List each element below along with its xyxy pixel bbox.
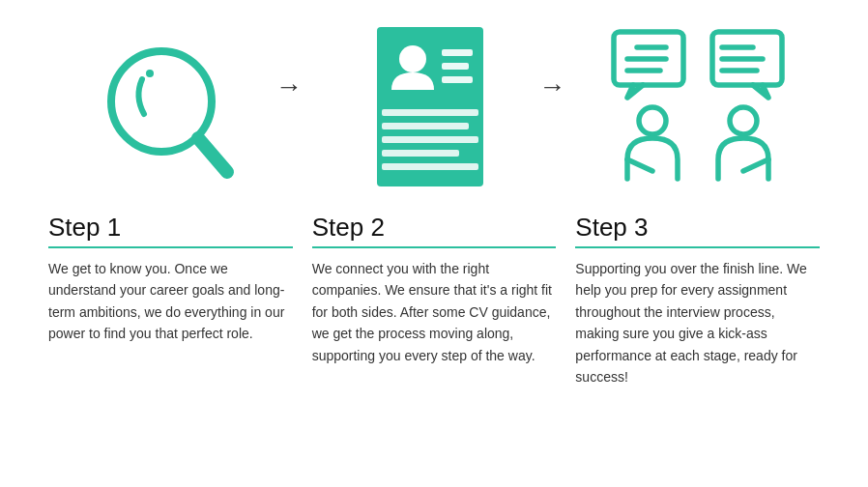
svg-rect-7 (442, 76, 473, 83)
step-1-icon-wrapper (48, 29, 285, 184)
svg-point-2 (146, 70, 154, 77)
svg-rect-10 (382, 136, 478, 143)
step-1-title: Step 1 (48, 213, 293, 248)
svg-point-23 (730, 107, 757, 134)
step-1-icon-row: → (48, 19, 293, 193)
step-1-column: → Step 1 We get to know you. Once we und… (39, 19, 303, 345)
interview-icon (606, 24, 790, 188)
step-3-icon-wrapper (575, 24, 820, 188)
svg-rect-6 (442, 63, 469, 70)
step-3-text: Supporting you over the finish line. We … (575, 258, 820, 387)
step-2-title: Step 2 (312, 213, 557, 248)
step-3-title: Step 3 (575, 213, 820, 248)
svg-rect-9 (382, 123, 469, 129)
arrow-2: → (538, 72, 565, 102)
step-2-text: We connect you with the right companies.… (312, 258, 557, 366)
step-3-icon-row (575, 19, 820, 193)
arrow-1: → (275, 72, 303, 102)
step-3-column: Step 3 Supporting you over the finish li… (565, 19, 829, 387)
step-2-icon-row: → (312, 19, 557, 193)
svg-point-4 (399, 45, 426, 72)
cv-icon (362, 22, 498, 191)
search-icon (94, 29, 239, 184)
step-1-text: We get to know you. Once we understand y… (48, 258, 293, 345)
svg-line-22 (627, 159, 652, 171)
svg-line-24 (743, 159, 768, 171)
svg-rect-12 (382, 163, 478, 170)
svg-point-21 (639, 107, 666, 134)
step-2-column: → Step 2 We connect you with the right c… (303, 19, 566, 366)
svg-rect-8 (382, 109, 478, 116)
step-2-icon-wrapper (312, 22, 549, 191)
svg-line-1 (198, 138, 227, 172)
svg-rect-5 (442, 49, 473, 56)
main-container: → Step 1 We get to know you. Once we und… (0, 0, 868, 487)
svg-rect-11 (382, 150, 459, 157)
